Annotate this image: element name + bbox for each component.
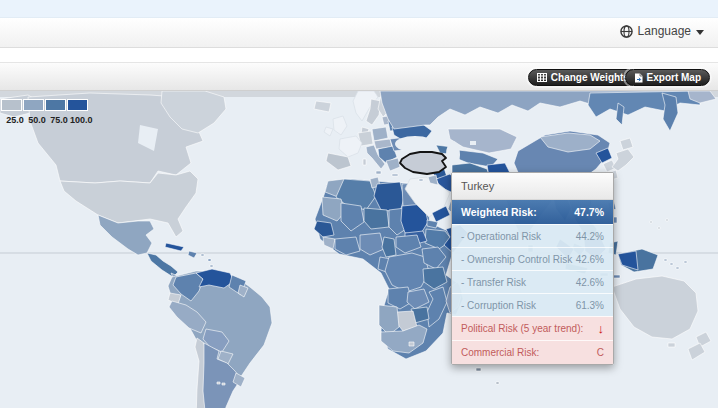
trend-down-arrow-icon: ↓ xyxy=(598,322,605,335)
export-map-button[interactable]: Export Map xyxy=(625,69,710,86)
caret-down-icon xyxy=(696,30,704,35)
weighted-risk-row: Weighted Risk: 47.7% xyxy=(452,200,613,224)
sub-risk-label: - Ownership Control Risk xyxy=(461,254,572,265)
change-weights-button[interactable]: Change Weights xyxy=(528,69,638,86)
weighted-risk-label: Weighted Risk: xyxy=(461,206,537,218)
sub-risk-row: - Transfer Risk 42.6% xyxy=(452,270,613,293)
legend-swatches xyxy=(0,99,92,111)
commercial-risk-row: Commercial Risk: C xyxy=(452,340,613,364)
map-toolbar: Change Weights Export Map xyxy=(0,62,718,91)
country-turkey-selected[interactable] xyxy=(400,152,446,174)
globe-icon xyxy=(620,25,633,38)
sub-risk-label: - Transfer Risk xyxy=(461,277,526,288)
legend-label: 50.0 xyxy=(26,115,48,125)
legend-label: 75.0 xyxy=(48,115,70,125)
political-risk-label: Political Risk (5 year trend): xyxy=(461,323,583,334)
sub-risk-value: 42.6% xyxy=(576,277,604,288)
sub-risk-label: - Operational Risk xyxy=(461,231,541,242)
legend-labels: 25.0 50.0 75.0 100.0 xyxy=(0,115,92,125)
top-accent-strip xyxy=(0,0,718,18)
world-risk-map[interactable]: 25.0 50.0 75.0 100.0 Turkey Weighted Ris… xyxy=(0,91,718,408)
weighted-risk-value: 47.7% xyxy=(574,206,604,218)
language-dropdown[interactable]: Language xyxy=(620,24,704,38)
tooltip-country-name: Turkey xyxy=(452,173,613,200)
sub-risk-value: 42.6% xyxy=(576,254,604,265)
sub-risk-value: 61.3% xyxy=(576,300,604,311)
grid-icon xyxy=(537,73,547,82)
legend-swatch xyxy=(67,99,88,111)
legend-swatch xyxy=(1,99,22,111)
sub-risk-row: - Corruption Risk 61.3% xyxy=(452,293,613,316)
language-label: Language xyxy=(638,24,691,38)
legend-swatch xyxy=(23,99,44,111)
legend-swatch xyxy=(45,99,66,111)
map-legend: 25.0 50.0 75.0 100.0 xyxy=(0,99,92,125)
export-map-label: Export Map xyxy=(647,72,701,83)
sub-risk-row: - Operational Risk 44.2% xyxy=(452,224,613,247)
sub-risk-value: 44.2% xyxy=(576,231,604,242)
continent-south-america[interactable] xyxy=(168,269,272,408)
navbar: Language xyxy=(0,18,718,48)
commercial-risk-label: Commercial Risk: xyxy=(461,347,539,358)
export-document-icon xyxy=(634,73,643,83)
legend-label: 100.0 xyxy=(70,115,92,125)
country-tooltip: Turkey Weighted Risk: 47.7% - Operationa… xyxy=(451,172,614,365)
sub-risk-row: - Ownership Control Risk 42.6% xyxy=(452,247,613,270)
political-risk-row: Political Risk (5 year trend): ↓ xyxy=(452,316,613,340)
commercial-risk-value: C xyxy=(597,347,604,358)
change-weights-label: Change Weights xyxy=(551,72,629,83)
legend-label: 25.0 xyxy=(4,115,26,125)
spacer xyxy=(0,48,718,62)
sub-risk-label: - Corruption Risk xyxy=(461,300,536,311)
